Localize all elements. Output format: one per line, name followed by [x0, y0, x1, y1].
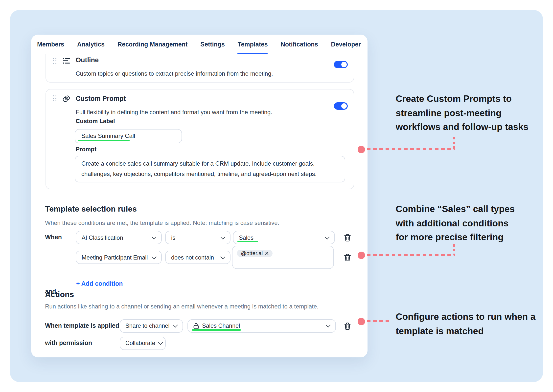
annotation-line: with additional conditions	[396, 216, 515, 230]
condition-operator-dropdown-2[interactable]: does not contain	[165, 251, 230, 264]
annotation-connector-vertical	[453, 137, 455, 149]
annotation-line: template is matched	[396, 324, 535, 338]
annotation-custom-prompts: Create Custom Prompts to streamline post…	[396, 92, 529, 134]
annotation-dot	[358, 318, 365, 325]
tab-recording-management[interactable]: Recording Management	[117, 35, 187, 54]
drag-handle-icon[interactable]	[53, 95, 56, 101]
dropdown-value: Sales Channel	[202, 322, 240, 329]
outline-toggle[interactable]	[334, 61, 348, 68]
actions-subtext: Run actions like sharing to a channel or…	[45, 303, 319, 310]
custom-prompt-card: Custom Prompt Full flexibility in defini…	[46, 89, 354, 189]
tab-notifications[interactable]: Notifications	[281, 35, 318, 54]
outline-card: Outline Custom topics or questions to ex…	[46, 54, 354, 83]
outline-list-icon	[63, 57, 70, 66]
toggle-knob	[342, 62, 347, 67]
chevron-down-icon	[325, 234, 330, 239]
dropdown-value: does not contain	[171, 254, 214, 261]
add-condition-button[interactable]: + Add condition	[76, 280, 123, 287]
template-applied-label: When template is applied:	[45, 322, 121, 329]
dropdown-value: Sales	[239, 234, 253, 241]
condition-operator-dropdown[interactable]: is	[165, 231, 230, 244]
dropdown-value: Meeting Participant Email	[82, 254, 148, 261]
custom-label-field-label: Custom Label	[76, 118, 115, 125]
chip-label: @otter.ai	[241, 250, 263, 256]
annotation-connector-horizontal	[367, 149, 455, 150]
prompt-textarea[interactable]: Create a concise sales call summary suit…	[74, 156, 345, 182]
tab-developer[interactable]: Developer	[331, 35, 361, 54]
annotation-line: Combine “Sales” call types	[396, 202, 515, 216]
annotation-dot	[358, 146, 365, 153]
chevron-down-icon	[220, 234, 225, 239]
tab-analytics[interactable]: Analytics	[77, 35, 105, 54]
annotation-line: Create Custom Prompts to	[396, 92, 529, 106]
annotation-dot	[358, 251, 365, 259]
delete-action-button[interactable]	[344, 322, 351, 330]
annotation-line: streamline post-meeting	[396, 106, 529, 120]
settings-panel: Members Analytics Recording Management S…	[31, 35, 368, 357]
permission-dropdown[interactable]: Collaborate	[119, 336, 165, 350]
tab-settings[interactable]: Settings	[200, 35, 225, 54]
permission-row-label: with permission	[45, 340, 92, 347]
condition-value-dropdown[interactable]: Sales	[233, 231, 335, 244]
custom-prompt-description: Full flexibility in defining the content…	[76, 109, 272, 116]
green-underline	[192, 329, 241, 331]
green-underline	[237, 241, 258, 242]
chevron-down-icon	[158, 340, 163, 345]
condition-value-tag-input[interactable]: @otter.ai	[232, 246, 334, 269]
custom-prompt-card-title: Custom Prompt	[76, 95, 126, 102]
chevron-down-icon	[152, 234, 157, 239]
dropdown-value: Collaborate	[125, 340, 155, 347]
remove-chip-icon[interactable]	[265, 252, 269, 255]
annotation-connector-vertical	[453, 244, 455, 255]
custom-prompt-toggle[interactable]	[334, 102, 348, 109]
drag-handle-icon[interactable]	[53, 58, 56, 64]
outline-card-title: Outline	[76, 56, 99, 64]
dropdown-value: AI Classification	[82, 234, 123, 241]
delete-condition-button[interactable]	[344, 234, 351, 242]
prompt-value: Create a concise sales call summary suit…	[81, 160, 317, 177]
tab-members[interactable]: Members	[37, 35, 64, 54]
annotation-line: for more precise filtering	[396, 230, 515, 244]
annotation-connector-horizontal	[367, 321, 391, 322]
action-type-dropdown[interactable]: Share to channel	[119, 319, 183, 332]
chevron-down-icon	[152, 254, 157, 259]
screenshot-stage: Members Analytics Recording Management S…	[0, 0, 553, 392]
condition-field-dropdown[interactable]: AI Classification	[76, 231, 162, 244]
lock-icon	[193, 323, 199, 329]
green-underline	[77, 140, 129, 141]
annotation-line: Configure actions to run when a	[396, 310, 535, 324]
annotation-configure-actions: Configure actions to run when a template…	[396, 310, 535, 338]
tab-templates[interactable]: Templates	[238, 35, 268, 54]
chevron-down-icon	[326, 323, 331, 327]
delete-condition-button-2[interactable]	[344, 254, 351, 261]
condition-field-dropdown-2[interactable]: Meeting Participant Email	[76, 251, 162, 264]
email-chip: @otter.ai	[237, 249, 273, 257]
custom-prompt-icon	[62, 95, 70, 105]
tab-bar: Members Analytics Recording Management S…	[31, 35, 368, 54]
selection-rules-subtext: When these conditions are met, the templ…	[45, 219, 279, 226]
annotation-line: workflows and follow-up tasks	[396, 120, 529, 134]
actions-heading: Actions	[45, 290, 74, 299]
outline-card-description: Custom topics or questions to extract pr…	[76, 70, 273, 77]
toggle-knob	[342, 103, 347, 109]
dropdown-value: is	[171, 234, 175, 241]
dropdown-value: Share to channel	[125, 322, 169, 329]
selection-rules-heading: Template selection rules	[45, 205, 137, 214]
when-row-label: When	[45, 234, 62, 241]
custom-label-value: Sales Summary Call	[81, 132, 135, 139]
custom-label-input[interactable]: Sales Summary Call	[74, 129, 182, 143]
chevron-down-icon	[173, 323, 178, 327]
channel-dropdown[interactable]: Sales Channel	[187, 319, 336, 332]
annotation-connector-horizontal	[367, 254, 455, 256]
prompt-field-label: Prompt	[76, 146, 96, 153]
chevron-down-icon	[220, 254, 225, 259]
annotation-combine-conditions: Combine “Sales” call types with addition…	[396, 202, 515, 244]
